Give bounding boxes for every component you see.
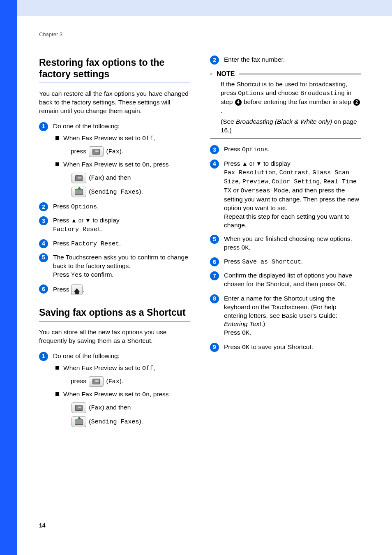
bullet-icon bbox=[55, 366, 59, 370]
r-step7: 7 Confirm the displayed list of options … bbox=[210, 271, 361, 289]
note-box: NOTE If the Shortcut is to be used for b… bbox=[210, 69, 361, 139]
bullet-icon bbox=[55, 392, 59, 396]
inline-step-2: 2 bbox=[353, 99, 360, 106]
step-badge-1: 1 bbox=[39, 352, 48, 361]
step-badge-9: 9 bbox=[210, 343, 219, 352]
s1-sub-a: When Fax Preview is set to Off, press (F… bbox=[55, 134, 190, 157]
section1-rule bbox=[39, 83, 190, 83]
s1-lead: Do one of the following: bbox=[53, 122, 190, 131]
r-step3: 3 Press Options. bbox=[210, 145, 361, 154]
note-label: NOTE bbox=[217, 69, 235, 79]
r-step8: 8 Enter a name for the Shortcut using th… bbox=[210, 294, 361, 338]
step-badge-5: 5 bbox=[39, 253, 48, 262]
left-column: Chapter 3 Restoring fax options to the f… bbox=[39, 31, 190, 432]
step-badge-6: 6 bbox=[39, 284, 48, 294]
r-step6: 6 Press Save as Shortcut. bbox=[210, 257, 361, 266]
step-badge-7: 7 bbox=[210, 271, 219, 280]
s2-sub-b: When Fax Preview is set to On, press (Fa… bbox=[55, 390, 190, 427]
step-badge-1: 1 bbox=[39, 122, 48, 131]
step-badge-4: 4 bbox=[39, 239, 48, 248]
s1-step3: 3 Press ▲ or ▼ to display Factory Reset. bbox=[39, 216, 190, 234]
section2-title: Saving fax options as a Shortcut bbox=[39, 307, 190, 319]
step-badge-3: 3 bbox=[210, 145, 219, 154]
s1-step2: 2 Press Options. bbox=[39, 202, 190, 211]
step-badge-3: 3 bbox=[39, 216, 48, 225]
blue-sidebar bbox=[0, 0, 17, 555]
page-content: Chapter 3 Restoring fax options to the f… bbox=[39, 31, 368, 432]
step-badge-5: 5 bbox=[210, 235, 219, 244]
page-number: 14 bbox=[39, 522, 46, 530]
fax-icon bbox=[89, 146, 104, 157]
step-badge-4: 4 bbox=[210, 160, 219, 169]
step-badge-8: 8 bbox=[210, 294, 219, 303]
section2-rule bbox=[39, 321, 190, 321]
s1-step6: 6 Press . bbox=[39, 284, 190, 295]
s2-step1: 1 Do one of the following: When Fax Prev… bbox=[39, 352, 190, 427]
header-band bbox=[0, 0, 392, 16]
home-icon bbox=[71, 284, 83, 295]
inline-step-4: 4 bbox=[235, 99, 242, 106]
s2-sub-a: When Fax Preview is set to Off, press (F… bbox=[55, 364, 190, 387]
r-step9: 9 Press OK to save your Shortcut. bbox=[210, 343, 361, 352]
r-step4: 4 Press ▲ or ▼ to display Fax Resolution… bbox=[210, 160, 361, 230]
sending-faxes-icon bbox=[71, 416, 86, 427]
step-badge-2: 2 bbox=[39, 202, 48, 211]
r-step5: 5 When you are finished choosing new opt… bbox=[210, 235, 361, 252]
step-badge-2: 2 bbox=[210, 56, 219, 65]
s1-sub-b: When Fax Preview is set to On, press (Fa… bbox=[55, 160, 190, 197]
s1-step1: 1 Do one of the following: When Fax Prev… bbox=[39, 122, 190, 197]
fax-icon bbox=[71, 402, 86, 413]
right-column: 2 Enter the fax number. NOTE If the Shor… bbox=[210, 56, 361, 432]
s1-step5: 5 The Touchscreen asks you to confirm to… bbox=[39, 253, 190, 280]
section1-intro: You can restore all the fax options you … bbox=[39, 90, 190, 116]
section2-intro: You can store all the new fax options yo… bbox=[39, 328, 190, 345]
section1-title: Restoring fax options to the factory set… bbox=[39, 57, 190, 81]
s1-step4: 4 Press Factory Reset. bbox=[39, 239, 190, 248]
fax-icon bbox=[89, 376, 104, 387]
r-step2: 2 Enter the fax number. bbox=[210, 56, 361, 65]
chapter-label: Chapter 3 bbox=[39, 31, 190, 38]
bullet-icon bbox=[55, 136, 59, 140]
fax-icon bbox=[71, 173, 86, 183]
sending-faxes-icon bbox=[71, 187, 86, 197]
s2-lead: Do one of the following: bbox=[53, 352, 190, 361]
step-badge-6: 6 bbox=[210, 257, 219, 266]
bullet-icon bbox=[55, 162, 59, 166]
